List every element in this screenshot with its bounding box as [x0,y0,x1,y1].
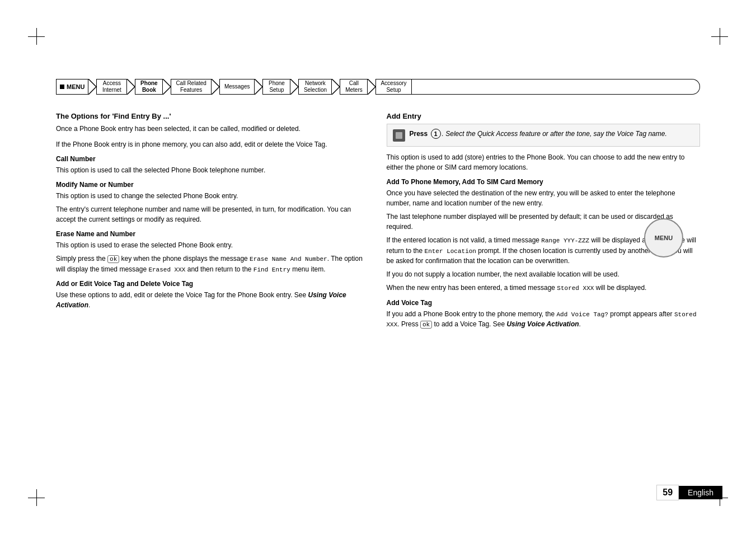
nav-menu-box: MENU [56,79,88,95]
left-intro-1: Once a Phone Book entry has been selecte… [56,124,370,134]
erase-name-text-1: This option is used to erase the selecte… [56,240,370,250]
corner-crosshair-tl [28,28,45,45]
ok-badge-erase: ok [107,255,119,263]
voice-tag-title: Add or Edit Voice Tag and Delete Voice T… [56,280,370,288]
press-icon [393,129,405,142]
ok-badge-voice: ok [420,321,432,329]
nav-breadcrumb: MENU AccessInternet PhoneBook Call Relat… [56,73,700,101]
nav-arrow-4 [212,79,219,95]
modify-name-title: Modify Name or Number [56,181,370,189]
footer: 59 English [656,485,722,500]
erased-msg: Erased XXX [148,266,185,273]
nav-item-phone-book: PhoneBook [135,79,163,95]
left-main-title: The Options for 'Find Entry By ...' [56,112,370,120]
nav-item-call-meters: CallMeters [340,79,368,95]
add-memory-title: Add To Phone Memory, Add To SIM Card Mem… [387,178,701,186]
language-label: English [679,486,722,499]
right-intro: This option is used to add (store) entri… [387,152,701,172]
main-content: The Options for 'Find Entry By ...' Once… [56,112,700,467]
call-number-text: This option is used to call the selected… [56,165,370,175]
nav-end [412,79,700,95]
right-column: Add Entry Press 1. Select the Quick Acce… [387,112,701,467]
nav-arrow-5 [255,79,262,95]
right-main-title: Add Entry [387,112,701,120]
nav-arrow-8 [368,79,375,95]
add-memory-text-4: If you do not supply a location number, … [387,269,701,279]
page-number: 59 [656,485,679,500]
nav-arrow-6 [290,79,298,95]
voice-tag-text: Use these options to add, edit or delete… [56,290,370,310]
modify-name-text-2: The entry's current telephone number and… [56,204,370,224]
corner-crosshair-tr [711,28,728,45]
nav-item-messages: Messages [219,79,255,95]
press-note-box: Press 1. Select the Quick Access feature… [387,124,701,147]
erase-name-title: Erase Name and Number [56,230,370,238]
stored-msg: Stored XXX [557,285,594,292]
press-text: Press 1. Select the Quick Access feature… [410,129,667,139]
nav-item-call-related: Call RelatedFeatures [171,79,211,95]
press-icon-inner [396,132,402,139]
call-number-title: Call Number [56,155,370,163]
modify-name-text-1: This option is used to change the select… [56,191,370,201]
left-intro-2: If the Phone Book entry is in phone memo… [56,139,370,149]
add-voice-tag-text: If you add a Phone Book entry to the pho… [387,309,701,330]
find-entry-msg: Find Entry [253,266,290,273]
nav-arrow-1 [88,79,96,95]
nav-arrow-2 [127,79,135,95]
add-memory-text-5: When the new entry has been entered, a t… [387,283,701,293]
left-column: The Options for 'Find Entry By ...' Once… [56,112,370,467]
nav-item-accessory-setup: AccessorySetup [375,79,411,95]
range-msg: Range YYY-ZZZ [541,237,589,244]
nav-arrow-3 [163,79,171,95]
enter-location-msg: Enter Location [425,248,476,255]
corner-crosshair-bl [28,489,45,506]
nav-item-network-selection: NetworkSelection [298,79,332,95]
erase-msg: Erase Name And Number [250,256,327,263]
add-memory-text-1: Once you have selected the destination o… [387,188,701,208]
nav-item-phone-setup: PhoneSetup [262,79,290,95]
menu-square-icon [60,85,64,89]
add-voice-tag-prompt: Add Voice Tag? [556,311,608,318]
add-voice-tag-title: Add Voice Tag [387,299,701,307]
nav-arrow-7 [332,79,340,95]
menu-button-illustration: MENU [644,218,683,257]
nav-menu-label: MENU [67,83,84,90]
nav-item-access-internet: AccessInternet [96,79,127,95]
press-circle-1: 1 [431,129,441,139]
erase-name-text-2: Simply press the ok key when the phone d… [56,254,370,274]
